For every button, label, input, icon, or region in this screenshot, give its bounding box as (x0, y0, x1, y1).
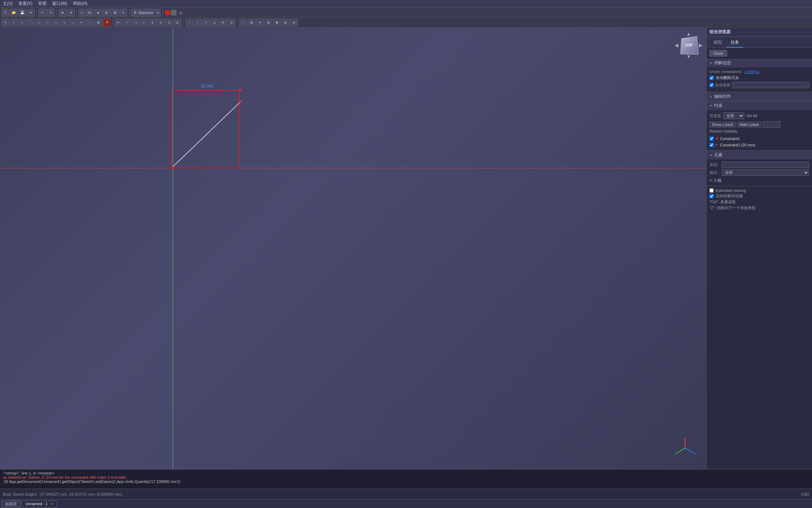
arc-tool[interactable]: ⌒ (27, 19, 35, 26)
constrain1[interactable]: ⊢ (115, 19, 122, 26)
point-tool[interactable]: • (10, 19, 18, 26)
dim5[interactable]: R (219, 19, 227, 26)
view3[interactable]: □ (79, 9, 85, 17)
bottom-tab-close[interactable]: ✕ (50, 502, 53, 506)
constraints-filter-row: 筛选器 全部 Sel All (709, 112, 809, 119)
constraint1-label[interactable]: Constraint1 (720, 137, 740, 141)
panel-bottom-info: Extended naming 自动切换到边缘 "Ctrl": 多重选取 "Z"… (707, 186, 812, 213)
bottom-tab-unnamed[interactable]: Unnamed : 1 ✕ (21, 501, 57, 507)
tab-model[interactable]: 模型 (709, 38, 726, 48)
auto-switch-checkbox[interactable] (709, 194, 714, 198)
under-constrained-value[interactable]: 1 DoF(s) (744, 69, 759, 74)
constrain7[interactable]: ⊙ (165, 19, 173, 26)
misc3[interactable]: ✦ (256, 19, 264, 26)
polygon-tool[interactable]: ⬡ (52, 19, 60, 26)
save-dropdown[interactable]: ▾ (27, 9, 35, 17)
constraint2-label[interactable]: Constraint2 (20 mm) (720, 143, 755, 147)
menu-item-window[interactable]: 窗口(W) (52, 1, 67, 7)
gray-btn[interactable] (171, 10, 177, 16)
dim1[interactable]: ↔ (185, 19, 193, 26)
misc1[interactable]: ⋮ (239, 19, 247, 26)
sel-all-label[interactable]: Sel All (746, 114, 757, 118)
auto-constraints-checkbox[interactable] (709, 76, 714, 80)
mode-select[interactable]: 全部 (722, 169, 809, 176)
line-tool[interactable]: / (18, 19, 26, 26)
constrain8[interactable]: ⊘ (174, 19, 182, 26)
log-line-2: us ValueError: Datum 17.33 mm for the co… (3, 475, 809, 479)
main-area: 20 mm ▲ ▼ ◀ ▶ TOP X Y Z (0, 28, 812, 469)
rect-tool[interactable]: □ (44, 19, 51, 26)
bottom-tab-start[interactable]: 起始页 (1, 500, 21, 508)
extended-naming-checkbox[interactable] (709, 188, 714, 193)
constrain2[interactable]: ⊤ (123, 19, 131, 26)
menu-item-help[interactable]: 帮助(H) (73, 1, 87, 7)
view5[interactable]: ◈ (94, 9, 102, 17)
menu-item-file[interactable]: 文(V) (3, 1, 13, 7)
close-red[interactable]: ✕ (103, 19, 111, 26)
workbench-dropdown[interactable]: ⚙ Sketcher ▾ (131, 9, 161, 17)
show-listed-btn[interactable]: Show Listed (709, 122, 736, 127)
arrow-outline[interactable]: ▷ (177, 9, 185, 17)
spline-tool[interactable]: ∿ (61, 19, 68, 26)
menu-item-sketch[interactable]: 草图 (38, 1, 47, 7)
dim4[interactable]: ∠ (211, 19, 219, 26)
save-btn[interactable]: 💾 (18, 9, 26, 17)
fillet-tool[interactable]: ⌓ (69, 19, 77, 26)
misc6[interactable]: ⊕ (282, 19, 289, 26)
constraint1-checkbox[interactable] (709, 137, 714, 141)
open-btn[interactable]: 📂 (10, 9, 18, 17)
constrain5[interactable]: ∥ (148, 19, 156, 26)
view-btn1[interactable]: ⊕ (59, 9, 66, 17)
cube-arrow-right[interactable]: ▶ (699, 42, 703, 48)
new-btn[interactable]: 🗋 (1, 9, 9, 17)
cube-face-top[interactable]: TOP (680, 36, 699, 54)
view-btn2[interactable]: ▾ (67, 9, 75, 17)
menu-item-view[interactable]: 查看(V) (18, 1, 32, 7)
section-constraints-header[interactable]: 约束 (707, 101, 812, 110)
cube-arrow-up[interactable]: ▲ (686, 31, 691, 37)
close-button[interactable]: Close (709, 50, 727, 56)
constraints-filter-input[interactable] (763, 121, 780, 128)
dim2[interactable]: ↕ (194, 19, 202, 26)
constrain3[interactable]: ⊣ (131, 19, 139, 26)
cube-arrow-down[interactable]: ▼ (686, 54, 691, 59)
extend-tool[interactable]: ↔ (86, 19, 94, 26)
auto-update-input[interactable] (732, 82, 809, 88)
constrain4[interactable]: ⊥ (140, 19, 148, 26)
stop-btn[interactable] (165, 10, 170, 16)
circle-tool[interactable]: ○ (35, 19, 43, 26)
workbench-icon: ⚙ (134, 11, 137, 14)
element-item-1[interactable]: ✏ 1-线 (709, 177, 809, 184)
statusbar-cad: CAD (801, 492, 809, 496)
section-solver-header[interactable]: 求解信息 (707, 59, 812, 67)
auto-update-checkbox[interactable] (709, 83, 714, 87)
dim3[interactable]: ↗ (202, 19, 210, 26)
crosshair-vertical (173, 28, 173, 469)
viewport[interactable]: 20 mm ▲ ▼ ◀ ▶ TOP X Y Z (0, 28, 706, 469)
cube-navigation[interactable]: ▲ ▼ ◀ ▶ TOP (675, 31, 703, 59)
section-elements-header[interactable]: 元素 (707, 151, 812, 159)
type-input[interactable] (722, 162, 809, 168)
undo-btn[interactable]: ↩ (38, 9, 46, 17)
hide-listed-btn[interactable]: Hide Listed (737, 122, 761, 127)
select-tool[interactable]: ↖ (1, 19, 9, 26)
view4[interactable]: 3D (86, 9, 93, 17)
coord-axes: X Y Z (675, 437, 696, 459)
view7[interactable]: ⊞ (111, 9, 119, 17)
constraint2-checkbox[interactable] (709, 143, 714, 147)
view6[interactable]: ⊞ (103, 9, 110, 17)
misc5[interactable]: ✱ (273, 19, 281, 26)
dim6[interactable]: ⊖ (228, 19, 235, 26)
misc4[interactable]: ⊗ (265, 19, 272, 26)
view8[interactable]: ≡ (119, 9, 127, 17)
filter-select[interactable]: 全部 (723, 112, 744, 119)
redo-btn[interactable]: ↪ (47, 9, 55, 17)
constrain6[interactable]: ≡ (157, 19, 165, 26)
split-tool[interactable]: ⊕ (94, 19, 102, 26)
tab-task[interactable]: 任务 (726, 38, 743, 48)
trim-tool[interactable]: ✂ (78, 19, 85, 26)
misc2[interactable]: ⊞ (248, 19, 256, 26)
section-edit-header[interactable]: 编辑控件 (707, 92, 812, 101)
cube-arrow-left[interactable]: ◀ (675, 42, 678, 48)
misc7[interactable]: ⊛ (290, 19, 298, 26)
